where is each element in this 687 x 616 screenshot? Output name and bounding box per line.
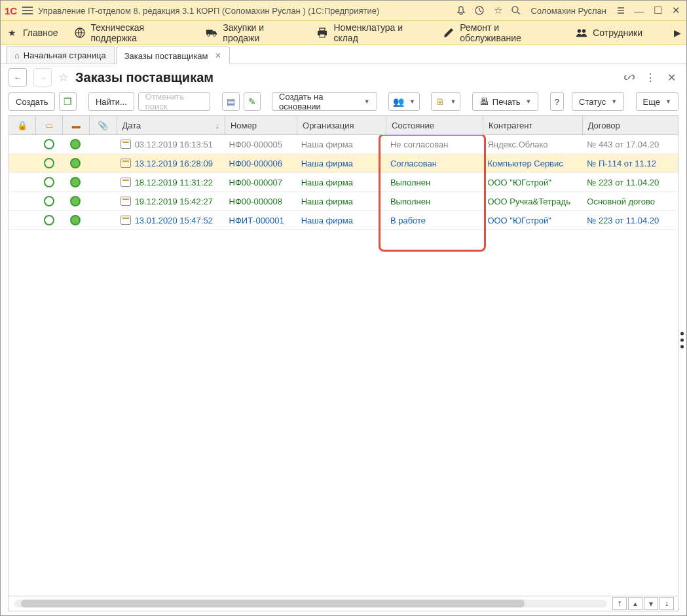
find-button[interactable]: Найти... xyxy=(88,92,134,111)
close-page-icon[interactable]: ✕ xyxy=(664,70,678,85)
table-row[interactable]: 19.12.2019 15:42:27НФ00-000008Наша фирма… xyxy=(9,192,678,211)
user-name[interactable]: Соломахин Руслан xyxy=(530,6,606,16)
cell-state: Не согласован xyxy=(385,140,482,149)
star-icon[interactable]: ☆ xyxy=(491,4,504,17)
cell-number: НФ00-000005 xyxy=(224,140,296,149)
history-icon[interactable] xyxy=(473,4,486,17)
menu-staff[interactable]: Сотрудники xyxy=(576,27,642,39)
nav-back-button[interactable]: ← xyxy=(9,68,27,87)
nav-down-icon[interactable]: ▼ xyxy=(644,597,658,610)
nav-up-icon[interactable]: ▲ xyxy=(628,597,642,610)
cell-state: Выполнен xyxy=(385,197,482,206)
create-button[interactable]: Создать xyxy=(9,92,55,111)
lock-icon: 🔒 xyxy=(17,121,28,130)
col-org[interactable]: Организация xyxy=(297,116,386,134)
star-filled-icon: ★ xyxy=(6,27,18,39)
svg-point-11 xyxy=(582,29,585,33)
svg-line-2 xyxy=(517,12,520,14)
create-based-button[interactable]: Создать на основании▼ xyxy=(272,92,377,111)
menu-scroll-right-icon[interactable]: ▶ xyxy=(674,28,681,38)
menu-support[interactable]: Техническая поддержка xyxy=(74,22,191,43)
col-date[interactable]: Дата↓ xyxy=(117,116,225,134)
search-icon[interactable] xyxy=(510,4,523,17)
burger-icon[interactable] xyxy=(22,7,33,14)
cell-status1 xyxy=(35,158,62,168)
col-contractor[interactable]: Контрагент xyxy=(483,116,583,134)
users-button[interactable]: 👥▼ xyxy=(388,92,420,111)
col-lock[interactable]: 🔒 xyxy=(9,116,36,134)
box-icon: ▬ xyxy=(72,121,81,130)
table-row[interactable]: 18.12.2019 11:31:22НФ00-000007Наша фирма… xyxy=(9,173,678,192)
col-state[interactable]: Состояние xyxy=(386,116,483,134)
cancel-search-button[interactable]: Отменить поиск xyxy=(138,92,210,111)
maximize-icon[interactable]: ☐ xyxy=(651,4,664,17)
user-menu-icon[interactable] xyxy=(614,4,627,17)
cell-org: Наша фирма xyxy=(296,140,385,149)
list-button[interactable]: ▤ xyxy=(222,92,240,111)
menu-label: Закупки и продажи xyxy=(223,22,301,43)
tab-home[interactable]: ⌂ Начальная страница xyxy=(6,46,115,64)
truck-icon xyxy=(206,27,217,39)
list-icon: ▤ xyxy=(227,96,235,107)
circle-outline-icon xyxy=(44,158,54,168)
users-icon: 👥 xyxy=(393,96,404,107)
cell-status1 xyxy=(35,215,62,225)
table-row[interactable]: 13.12.2019 16:28:09НФ00-000006Наша фирма… xyxy=(9,154,678,173)
document-icon xyxy=(121,159,131,168)
horizontal-scrollbar[interactable] xyxy=(14,600,607,607)
menu-label: Ремонт и обслуживание xyxy=(460,22,560,43)
cell-status1 xyxy=(35,177,62,187)
nav-first-icon[interactable]: ⤒ xyxy=(612,597,627,610)
tab-bar: ⌂ Начальная страница Заказы поставщикам … xyxy=(1,45,686,64)
favorite-star-icon[interactable]: ☆ xyxy=(58,70,69,85)
cell-contractor: Яндекс.Облако xyxy=(482,140,582,149)
col-status1[interactable]: ▭ xyxy=(36,116,63,134)
menu-service[interactable]: Ремонт и обслуживание xyxy=(443,22,560,43)
menu-purchases[interactable]: Закупки и продажи xyxy=(206,22,301,43)
cell-contractor: ООО "ЮГстрой" xyxy=(482,178,582,187)
help-button[interactable]: ? xyxy=(550,92,564,111)
cell-date: 19.12.2019 15:42:27 xyxy=(115,197,224,206)
link-icon[interactable] xyxy=(622,70,637,85)
col-contract[interactable]: Договор xyxy=(583,116,678,134)
home-icon: ⌂ xyxy=(14,50,20,60)
edit-button[interactable]: ✎ xyxy=(244,92,261,111)
cell-status2 xyxy=(62,158,88,168)
more-button[interactable]: Еще▼ xyxy=(636,92,678,111)
menu-stock[interactable]: Номенклатура и склад xyxy=(316,22,427,43)
print-button[interactable]: 🖶Печать▼ xyxy=(472,92,539,111)
copy-button[interactable]: ❐ xyxy=(59,92,77,111)
tab-orders[interactable]: Заказы поставщикам ✕ xyxy=(116,47,230,64)
cell-status2 xyxy=(62,177,88,187)
minimize-icon[interactable]: — xyxy=(633,4,646,17)
tab-close-icon[interactable]: ✕ xyxy=(215,51,221,60)
kebab-icon[interactable]: ⋮ xyxy=(643,70,658,85)
cell-status1 xyxy=(35,139,62,149)
menu-main[interactable]: ★Главное xyxy=(6,27,58,39)
table-row[interactable]: 13.01.2020 15:47:52НФИТ-000001Наша фирма… xyxy=(9,211,678,230)
col-attach[interactable]: 📎 xyxy=(90,116,117,134)
cell-state: Согласован xyxy=(385,159,482,168)
nav-last-icon[interactable]: ⤓ xyxy=(659,597,674,610)
status-button[interactable]: Статус▼ xyxy=(572,92,624,111)
side-handle-icon[interactable] xyxy=(678,329,686,351)
col-number[interactable]: Номер xyxy=(225,116,297,134)
circle-outline-icon xyxy=(44,177,54,187)
bell-icon[interactable] xyxy=(455,4,468,17)
copy-icon: ❐ xyxy=(64,96,72,107)
cell-org: Наша фирма xyxy=(296,159,385,168)
cell-org: Наша фирма xyxy=(296,197,385,206)
table-body: 03.12.2019 16:13:51НФ00-000005Наша фирма… xyxy=(9,135,678,596)
document-icon xyxy=(121,216,131,225)
app-logo: 1C xyxy=(5,5,17,16)
cell-org: Наша фирма xyxy=(296,178,385,187)
report-icon: 🗎 xyxy=(436,96,445,107)
close-window-icon[interactable]: ✕ xyxy=(669,4,682,17)
menu-label: Техническая поддержка xyxy=(91,22,191,43)
table-row[interactable]: 03.12.2019 16:13:51НФ00-000005Наша фирма… xyxy=(9,135,678,154)
col-status2[interactable]: ▬ xyxy=(63,116,90,134)
menu-label: Сотрудники xyxy=(593,28,642,38)
nav-forward-button[interactable]: → xyxy=(33,68,52,87)
window-title: Управление IT-отделом 8, редакция 3.1 КО… xyxy=(38,6,449,16)
reports-button[interactable]: 🗎▼ xyxy=(431,92,460,111)
